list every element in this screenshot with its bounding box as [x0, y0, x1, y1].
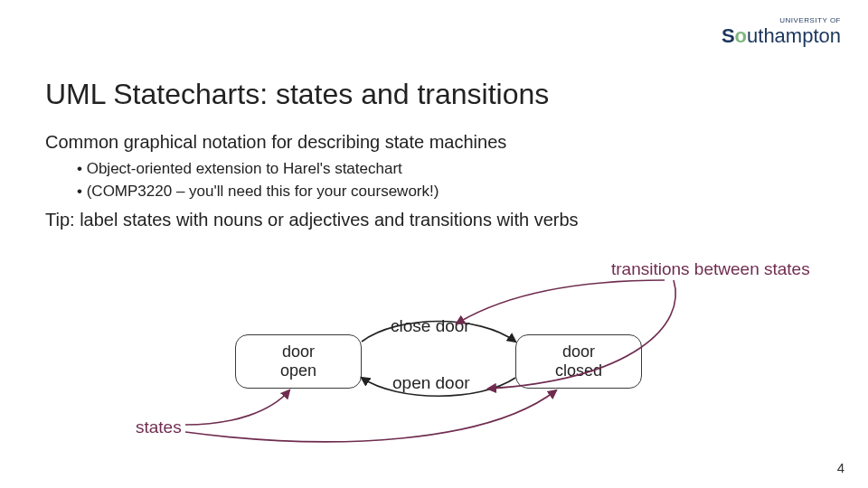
logo-overline: UNIVERSITY OF: [722, 16, 841, 24]
state-door-open: door open: [235, 334, 362, 389]
callout-transitions: transitions between states: [611, 259, 810, 279]
transition-label-top: close door: [391, 316, 470, 336]
state-label: door open: [280, 343, 316, 380]
bullet-item: (COMP3220 – you'll need this for your co…: [77, 181, 439, 203]
logo-rest: uthampton: [747, 24, 841, 47]
page-number: 4: [837, 460, 844, 475]
state-door-closed: door closed: [515, 334, 642, 389]
callout-states: states: [136, 418, 182, 437]
tip-line: Tip: label states with nouns or adjectiv…: [45, 210, 579, 230]
university-logo: UNIVERSITY OF Southampton: [722, 16, 841, 48]
intro-line: Common graphical notation for describing…: [45, 132, 506, 153]
transition-label-bottom: open door: [392, 373, 470, 393]
bullet-item: Object-oriented extension to Harel's sta…: [77, 158, 439, 181]
diagram-arrows: [0, 0, 868, 488]
logo-letter-s: S: [722, 24, 735, 47]
bullet-list: Object-oriented extension to Harel's sta…: [77, 158, 439, 202]
slide-title: UML Statecharts: states and transitions: [45, 78, 549, 111]
state-label: door closed: [555, 343, 602, 380]
logo-accent-o: o: [735, 24, 747, 47]
